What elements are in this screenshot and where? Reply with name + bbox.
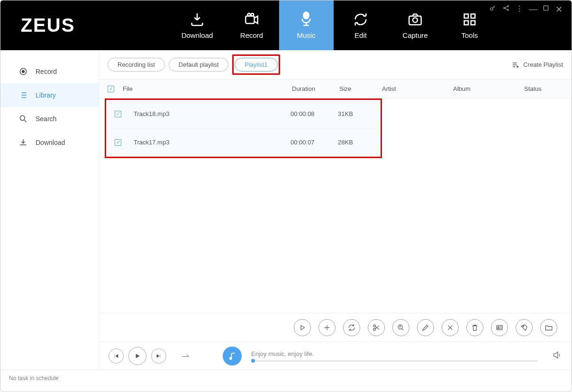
player-slogan: Enjoy music, enjoy life. bbox=[251, 350, 537, 357]
shuffle-icon[interactable]: ⇀ bbox=[182, 350, 190, 362]
row-checkbox[interactable]: ✓ bbox=[115, 111, 121, 117]
play-button[interactable] bbox=[128, 347, 146, 365]
record-dot-icon bbox=[18, 67, 28, 76]
pill-default-playlist[interactable]: Default playlist bbox=[169, 58, 229, 71]
pill-playlist1[interactable]: Playlist1 bbox=[235, 58, 277, 71]
top-bar: ZEUS Download Record Music Edit Capture … bbox=[0, 0, 572, 50]
nav-record-label: Record bbox=[240, 31, 263, 39]
edit-button[interactable] bbox=[417, 319, 434, 336]
status-bar: No task in schedule bbox=[0, 370, 572, 386]
share-icon[interactable] bbox=[502, 4, 510, 12]
svg-point-17 bbox=[20, 116, 25, 120]
header-album[interactable]: Album bbox=[453, 85, 524, 92]
mic-icon bbox=[298, 11, 314, 27]
svg-marker-27 bbox=[136, 354, 140, 358]
header-size[interactable]: Size bbox=[339, 85, 382, 92]
playlist-tabs-row: Recording list Default playlist Playlist… bbox=[99, 50, 572, 80]
nav-download[interactable]: Download bbox=[170, 0, 225, 50]
svg-point-2 bbox=[251, 13, 254, 16]
nav-edit[interactable]: Edit bbox=[334, 0, 388, 50]
table-row[interactable]: ✓ Track17.mp3 00:00:07 28KB bbox=[106, 128, 381, 157]
nav-music[interactable]: Music bbox=[279, 0, 334, 50]
create-playlist-label: Create Playlist bbox=[523, 61, 563, 68]
player-controls: ⇀ bbox=[109, 347, 190, 365]
play-track-button[interactable] bbox=[294, 319, 311, 336]
progress-thumb[interactable] bbox=[251, 359, 255, 363]
sidebar-item-download[interactable]: Download bbox=[0, 131, 99, 154]
sidebar-item-search[interactable]: Search bbox=[0, 107, 99, 131]
close-icon[interactable]: ✕ bbox=[555, 4, 563, 12]
main-area: Record Library Search Download Recording… bbox=[0, 50, 572, 370]
playlist-add-icon bbox=[512, 61, 519, 69]
player-bar: ⇀ Enjoy music, enjoy life. bbox=[99, 341, 572, 370]
row-size: 31KB bbox=[338, 110, 381, 117]
sidebar-item-library[interactable]: Library bbox=[0, 83, 99, 107]
id-card-button[interactable] bbox=[491, 319, 508, 336]
header-status[interactable]: Status bbox=[524, 85, 572, 92]
header-artist[interactable]: Artist bbox=[382, 85, 453, 92]
pill-group: Recording list Default playlist Playlist… bbox=[108, 54, 280, 75]
table-row[interactable]: ✓ Track18.mp3 00:00:08 31KB bbox=[106, 100, 381, 128]
key-icon[interactable] bbox=[489, 4, 497, 12]
delete-button[interactable] bbox=[466, 319, 483, 336]
identify-button[interactable] bbox=[392, 319, 409, 336]
sidebar-record-label: Record bbox=[36, 68, 57, 75]
progress-bar[interactable] bbox=[251, 360, 537, 362]
pencil-icon bbox=[421, 323, 430, 332]
pill-recording-list[interactable]: Recording list bbox=[108, 58, 165, 71]
nav-capture-label: Capture bbox=[402, 31, 427, 39]
camera-record-icon bbox=[244, 11, 260, 27]
tag-button[interactable] bbox=[516, 319, 533, 336]
header-checkbox[interactable]: ✓ bbox=[99, 86, 123, 92]
content-area: Recording list Default playlist Playlist… bbox=[99, 50, 572, 370]
next-icon bbox=[155, 353, 162, 359]
svg-point-1 bbox=[248, 13, 251, 16]
cut-button[interactable] bbox=[368, 319, 385, 336]
svg-point-28 bbox=[230, 357, 232, 359]
now-playing-art bbox=[223, 347, 242, 365]
folder-button[interactable] bbox=[540, 319, 557, 336]
svg-point-11 bbox=[504, 8, 505, 9]
volume-button[interactable] bbox=[552, 350, 562, 362]
next-button[interactable] bbox=[151, 348, 166, 364]
download-icon bbox=[189, 11, 205, 27]
nav-capture[interactable]: Capture bbox=[388, 0, 443, 50]
tracks-highlight-box: ✓ Track18.mp3 00:00:08 31KB ✓ Track17.mp… bbox=[105, 98, 382, 158]
refresh-icon bbox=[353, 11, 369, 27]
play-main-icon bbox=[134, 352, 141, 360]
svg-rect-8 bbox=[464, 21, 469, 25]
nav-download-label: Download bbox=[182, 31, 213, 39]
remove-button[interactable] bbox=[442, 319, 459, 336]
sidebar-download-label: Download bbox=[36, 139, 65, 146]
svg-point-26 bbox=[523, 325, 524, 326]
add-button[interactable] bbox=[318, 319, 336, 336]
svg-point-13 bbox=[508, 9, 509, 11]
refresh-button[interactable] bbox=[343, 319, 360, 336]
row-size: 28KB bbox=[338, 139, 381, 146]
nav-edit-label: Edit bbox=[354, 31, 367, 39]
header-file[interactable]: File bbox=[123, 85, 292, 92]
header-duration[interactable]: Duration bbox=[292, 85, 339, 92]
sidebar: Record Library Search Download bbox=[0, 50, 99, 370]
svg-point-12 bbox=[508, 6, 509, 7]
sidebar-item-record[interactable]: Record bbox=[0, 60, 99, 83]
prev-button[interactable] bbox=[109, 348, 124, 364]
create-playlist-button[interactable]: Create Playlist bbox=[512, 61, 563, 69]
tracks-area: ✓ Track18.mp3 00:00:08 31KB ✓ Track17.mp… bbox=[99, 98, 572, 313]
svg-rect-6 bbox=[464, 14, 469, 18]
row-duration: 00:00:08 bbox=[291, 110, 338, 117]
nav-record[interactable]: Record bbox=[225, 0, 279, 50]
nav-tools-label: Tools bbox=[461, 31, 478, 39]
play-icon bbox=[298, 323, 307, 332]
maximize-icon[interactable] bbox=[542, 4, 550, 12]
minimize-icon[interactable]: — bbox=[529, 4, 536, 12]
more-icon[interactable]: ⋮ bbox=[516, 4, 523, 12]
action-bar bbox=[99, 313, 572, 341]
row-checkbox[interactable]: ✓ bbox=[115, 139, 121, 146]
grid-icon bbox=[462, 11, 478, 27]
row-file: Track18.mp3 bbox=[130, 110, 291, 117]
row-duration: 00:00:07 bbox=[291, 139, 338, 146]
download-small-icon bbox=[18, 138, 28, 147]
refresh-small-icon bbox=[347, 323, 356, 332]
search-icon bbox=[18, 114, 28, 124]
